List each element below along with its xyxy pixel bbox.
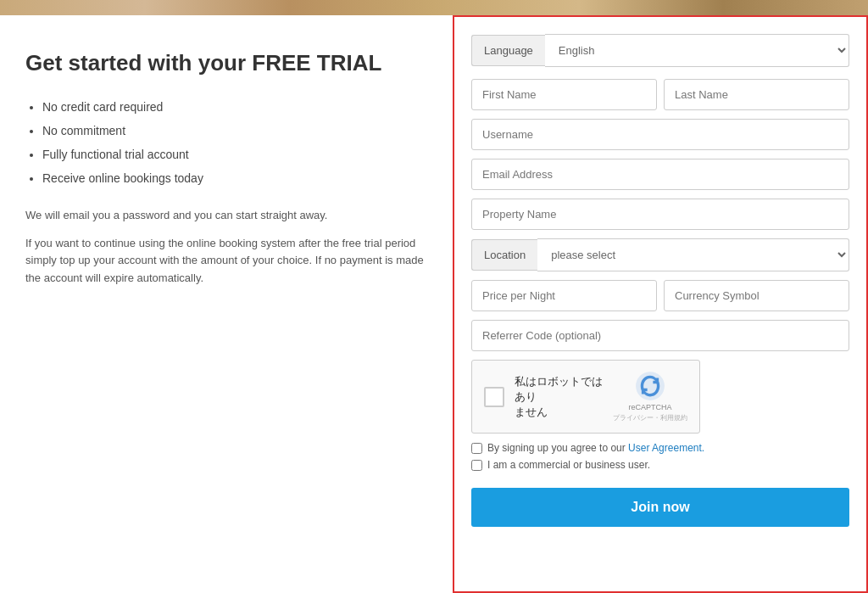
price-wrapper	[471, 280, 657, 311]
first-name-wrapper	[471, 79, 657, 110]
page-heading: Get started with your FREE TRIAL	[25, 49, 427, 78]
paragraph-1: We will email you a password and you can…	[25, 207, 427, 225]
price-per-night-input[interactable]	[471, 280, 657, 311]
currency-symbol-input[interactable]	[664, 280, 849, 311]
join-now-button[interactable]: Join now	[471, 488, 849, 527]
bullet-1: No credit card required	[42, 95, 427, 119]
user-agreement-row: By signing up you agree to our User Agre…	[471, 442, 849, 454]
captcha-text: 私はロボットではありません	[515, 374, 603, 420]
first-name-input[interactable]	[471, 79, 657, 110]
user-agreement-checkbox[interactable]	[471, 443, 482, 454]
captcha-right: reCAPTCHA プライバシー・利用規約	[613, 371, 687, 422]
language-select[interactable]: English French German Spanish Italian Ja…	[545, 34, 849, 67]
signup-form-panel: Language English French German Spanish I…	[453, 15, 868, 593]
paragraph-2: If you want to continue using the online…	[25, 235, 427, 288]
language-row: Language English French German Spanish I…	[471, 34, 849, 67]
recaptcha-box[interactable]: 私はロボットではありません reCAPTCHA プライバシー・利用規約	[471, 360, 700, 434]
main-container: Get started with your FREE TRIAL No cred…	[0, 15, 868, 593]
left-panel: Get started with your FREE TRIAL No cred…	[0, 15, 453, 593]
commercial-user-row: I am a commercial or business user.	[471, 459, 849, 471]
commercial-user-text: I am a commercial or business user.	[487, 459, 650, 471]
name-row	[471, 79, 849, 110]
bullet-4: Receive online bookings today	[42, 166, 427, 190]
referrer-code-row	[471, 320, 849, 351]
language-label: Language	[471, 35, 545, 66]
location-select[interactable]: please select	[537, 238, 849, 271]
property-name-input[interactable]	[471, 199, 849, 230]
location-row: Location please select	[471, 238, 849, 271]
property-name-row	[471, 199, 849, 230]
last-name-input[interactable]	[664, 79, 849, 110]
recaptcha-brand: reCAPTCHA	[628, 403, 671, 411]
recaptcha-links: プライバシー・利用規約	[613, 413, 687, 422]
recaptcha-icon	[635, 371, 665, 401]
top-banner	[0, 0, 868, 15]
feature-list: No credit card required No commitment Fu…	[25, 95, 427, 190]
location-label: Location	[471, 239, 537, 271]
currency-wrapper	[664, 280, 849, 311]
user-agreement-text: By signing up you agree to our User Agre…	[487, 442, 704, 454]
username-input[interactable]	[471, 119, 849, 150]
price-currency-row	[471, 280, 849, 311]
user-agreement-link[interactable]: User Agreement.	[628, 442, 704, 454]
last-name-wrapper	[664, 79, 849, 110]
bullet-3: Fully functional trial account	[42, 143, 427, 166]
username-row	[471, 119, 849, 150]
email-row	[471, 159, 849, 190]
commercial-user-checkbox[interactable]	[471, 460, 482, 471]
captcha-checkbox[interactable]	[484, 387, 504, 407]
email-input[interactable]	[471, 159, 849, 190]
bullet-2: No commitment	[42, 119, 427, 143]
referrer-code-input[interactable]	[471, 320, 849, 351]
